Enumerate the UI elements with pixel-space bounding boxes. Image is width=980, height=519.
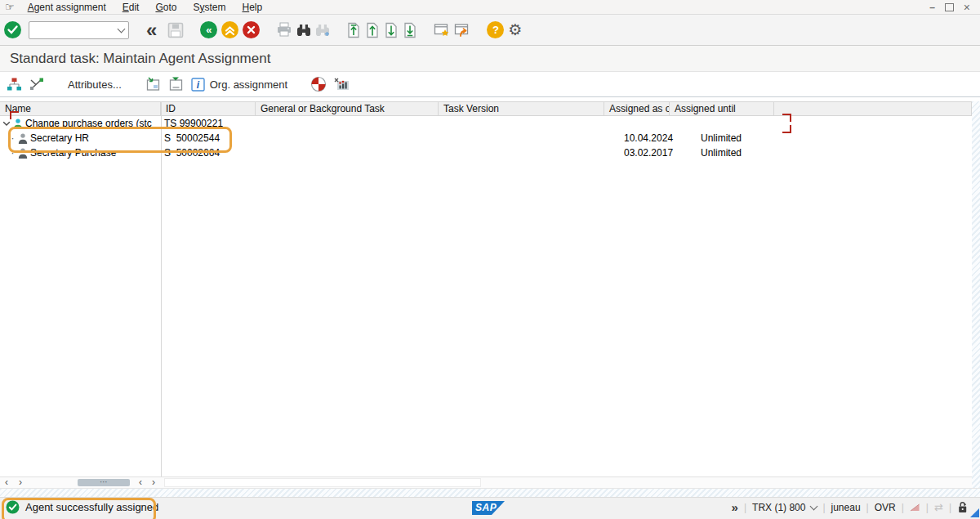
server-name: juneau: [831, 502, 861, 513]
org-assignment-button[interactable]: i Org. assignment: [191, 78, 287, 92]
application-toolbar: Attributes... i Org. assignment: [0, 72, 980, 97]
table-header: Name ID General or Background Task Task …: [0, 101, 972, 116]
save-button[interactable]: [167, 22, 184, 38]
window-controls: – ×: [929, 2, 977, 13]
page-first-icon: [346, 22, 361, 38]
lock-icon[interactable]: [957, 501, 969, 513]
command-input[interactable]: [29, 21, 129, 39]
help-button[interactable]: ?: [487, 21, 504, 38]
org-structure-icon: [7, 78, 22, 91]
find-button[interactable]: [296, 24, 311, 37]
find-next-button[interactable]: [315, 24, 330, 37]
work-area: Name ID General or Background Task Task …: [0, 97, 980, 519]
collapse-node-icon: [168, 77, 184, 92]
table-row[interactable]: · Secretary Purchase S 50002664 03.02.20…: [0, 145, 972, 160]
back-button[interactable]: «: [200, 21, 217, 38]
table-row[interactable]: Change purchase orders (stc TS 99900221: [0, 116, 972, 131]
agent-id: S 50002664: [161, 145, 256, 160]
scrollbar-thumb[interactable]: [164, 478, 481, 487]
sap-logo: SAP: [472, 501, 505, 515]
column-header-task-version[interactable]: Task Version: [439, 102, 604, 115]
minimize-button[interactable]: –: [929, 2, 935, 13]
print-button[interactable]: [276, 22, 292, 38]
save-icon: [167, 22, 184, 38]
horizontal-scrollbar[interactable]: ‹ › ⋯ ‹ ›: [0, 476, 972, 488]
status-bar: Agent successfully assigned SAP » | TRX …: [0, 497, 980, 519]
next-page-button[interactable]: [384, 22, 399, 38]
menu-agent-assignment[interactable]: Agent assignment: [20, 1, 114, 14]
customize-layout-button[interactable]: ⚙: [508, 22, 522, 38]
collapse-node-button[interactable]: [168, 77, 184, 92]
tree-bullet-icon: ·: [10, 145, 16, 160]
back-chevrons-icon: «: [206, 25, 212, 35]
collapse-command-icon[interactable]: «: [146, 22, 157, 38]
column-divider[interactable]: [161, 101, 162, 488]
column-header-id[interactable]: ID: [161, 102, 256, 115]
column-header-general-task[interactable]: General or Background Task: [256, 102, 439, 115]
page-down-icon: [384, 22, 399, 38]
create-shortcut-button[interactable]: [454, 23, 470, 38]
table-row[interactable]: · Secretary HR S 50002544 10.04.2024 Unl…: [0, 131, 972, 145]
new-session-button[interactable]: [434, 23, 450, 38]
menu-goto[interactable]: Goto: [147, 1, 185, 14]
expand-node-button[interactable]: [145, 77, 161, 92]
column-header-name[interactable]: Name: [0, 102, 161, 115]
scroll-left-arrow[interactable]: ‹: [5, 477, 8, 488]
scroll-right-arrow[interactable]: ›: [152, 477, 155, 488]
task-person-icon: [13, 119, 23, 129]
attributes-button[interactable]: Attributes...: [63, 77, 127, 92]
close-button[interactable]: ×: [964, 3, 970, 11]
system-session-label[interactable]: TRX (1) 800: [752, 502, 805, 513]
menu-help[interactable]: Help: [234, 1, 271, 14]
window-shortcut-icon: [454, 23, 470, 38]
question-icon: ?: [492, 25, 499, 35]
chevron-down-icon[interactable]: [810, 502, 818, 510]
column-header-assigned-until[interactable]: Assigned until: [670, 102, 774, 115]
refresh-icon[interactable]: ⇄: [934, 501, 943, 513]
org-structure-button[interactable]: [7, 78, 22, 91]
pie-chart-icon: [310, 76, 327, 92]
first-page-button[interactable]: [346, 22, 361, 38]
column-header-assigned-as-of[interactable]: Assigned as of: [604, 102, 670, 115]
scroll-left-arrow[interactable]: ‹: [139, 477, 142, 488]
tree-expand-chevron-icon[interactable]: [2, 121, 11, 127]
menu-system[interactable]: System: [185, 1, 234, 14]
scrollbar-thumb[interactable]: ⋯: [78, 479, 130, 486]
page-up-icon: [365, 22, 380, 38]
agent-person-icon: [18, 148, 28, 159]
assigned-until-value: Unlimited: [670, 131, 774, 145]
status-expand-icon[interactable]: »: [732, 500, 738, 514]
agent-name: Secretary HR: [30, 131, 89, 145]
info-icon: i: [191, 78, 205, 92]
chart-x-icon: [334, 78, 350, 92]
enter-button[interactable]: [4, 21, 21, 38]
agent-id: S 50002544: [161, 131, 256, 145]
previous-page-button[interactable]: [365, 22, 380, 38]
resize-grip-corner[interactable]: [970, 508, 979, 517]
last-page-button[interactable]: [403, 22, 417, 38]
menu-bar: ☞ Agent assignment Edit Goto System Help…: [0, 0, 980, 15]
exit-button[interactable]: [221, 21, 238, 38]
task-name: Change purchase orders (stc: [25, 116, 152, 131]
task-profile-button[interactable]: [334, 78, 350, 92]
menu-edit[interactable]: Edit: [114, 1, 148, 14]
column-header-empty: [774, 102, 972, 115]
org-assignment-label: Org. assignment: [210, 78, 287, 91]
pie-chart-button[interactable]: [310, 76, 327, 92]
delete-assignment-button[interactable]: [29, 78, 44, 91]
selection-corner-mark: [10, 111, 19, 119]
title-bar: Standard task: Maintain Agent Assignment: [0, 46, 980, 72]
restore-button[interactable]: [945, 3, 954, 11]
chevron-down-icon[interactable]: [118, 25, 126, 33]
table-body: Change purchase orders (stc TS 99900221 …: [0, 116, 972, 160]
scroll-right-arrow[interactable]: ›: [19, 477, 22, 488]
binoculars-icon: [296, 24, 311, 37]
resize-grip-band[interactable]: [0, 488, 980, 497]
performance-icon[interactable]: [910, 503, 920, 512]
cancel-button[interactable]: [243, 21, 260, 38]
x-icon: [243, 21, 260, 38]
overwrite-mode-label[interactable]: OVR: [875, 502, 896, 513]
crossed-assignment-icon: [29, 78, 44, 91]
agent-name: Secretary Purchase: [30, 145, 116, 160]
page-last-icon: [403, 22, 417, 38]
